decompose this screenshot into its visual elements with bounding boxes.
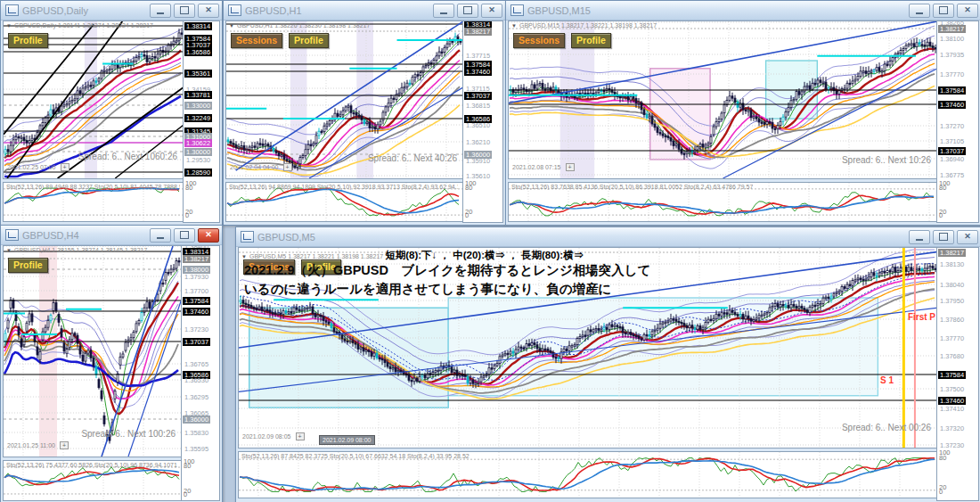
dropdown-arrow-icon[interactable]: ▼ (6, 23, 12, 29)
window-gbpusd-daily: GBPUSD,Daily ✕ ▼GBPUSD,Daily 1.38141 1.3… (0, 0, 223, 226)
window-title: GBPUSD,M5 (257, 232, 906, 243)
price-label: 1.28590 (184, 169, 212, 177)
price-label: 1.37460 (938, 397, 966, 405)
chart-window-icon (5, 229, 19, 241)
price-chart-pane[interactable]: ▼GBPUSD,H4 1.38155 1.38274 1.38145 1.382… (3, 245, 181, 457)
profile-button[interactable]: Profile (8, 33, 48, 48)
close-button[interactable]: ✕ (957, 4, 978, 18)
annotation-line: いるのに違うルールを適用させてしまう事になり、負の増産に (244, 280, 650, 299)
date-label: 2021.01.25 11:00+ (7, 441, 69, 449)
price-label: 1.35830 (183, 429, 210, 437)
minimize-button[interactable] (909, 4, 930, 18)
close-icon: ✕ (488, 6, 495, 14)
price-label: 1.37500 (938, 385, 966, 393)
close-button[interactable]: ✕ (957, 230, 978, 244)
dropdown-arrow-icon[interactable]: ▼ (511, 23, 517, 29)
scale-label: 0 (939, 489, 943, 496)
dropdown-arrow-icon[interactable]: ▼ (229, 23, 234, 29)
price-label: 1.37584 (183, 297, 210, 305)
price-label: 1.37037 (464, 92, 492, 100)
price-label: 1.37037 (938, 147, 966, 155)
maximize-button[interactable] (933, 230, 954, 244)
window-gbpusd-m15: GBPUSD,M15 ✕ ▼GBPUSD,M15 1.38217 1.38221… (505, 0, 980, 226)
price-label: 1.38217 (464, 28, 492, 36)
scale-label: 80 (465, 185, 472, 192)
maximize-button[interactable] (933, 4, 954, 18)
window-title: GBPUSD,H4 (22, 230, 147, 241)
stochastic-pane[interactable]: Sto(52,13,26) 89.4949 88.3237 Sto(20,5,1… (3, 182, 183, 222)
minimize-button[interactable] (433, 4, 454, 18)
price-label: 1.38314 (184, 22, 212, 30)
price-axis[interactable]: 1.384001.383141.382171.380001.379301.377… (181, 245, 220, 501)
dropdown-arrow-icon[interactable]: ▼ (6, 248, 12, 253)
minimize-icon (157, 12, 164, 14)
chart-header: ▼GBPUSD,Daily 1.38141 1.38274 1.38024 1.… (6, 22, 153, 29)
window-title: GBPUSD,H1 (245, 5, 430, 16)
window-gbpusd-m5: GBPUSD,M5 ✕ ▼GBPUSD,M5 1.38217 1.38221 1… (235, 226, 980, 502)
scale-label: 0 (185, 212, 189, 219)
price-label: 1.32249 (184, 114, 212, 122)
titlebar[interactable]: GBPUSD,M15 ✕ (506, 1, 980, 21)
price-label: 1.30000 (184, 148, 212, 156)
price-axis[interactable]: 1.383141.382171.377151.375841.374601.371… (462, 21, 503, 223)
stochastic-pane[interactable]: Sto(52,13,26) 75.4377 60.5826 Sto(20,5,1… (3, 460, 181, 501)
stochastic-label: Sto(52,13,26) 87.8425 82.3725 Sto(20,5,1… (241, 453, 470, 459)
maximize-button[interactable] (174, 4, 195, 18)
close-button[interactable]: ✕ (198, 4, 219, 18)
price-label: 1.30622 (184, 139, 212, 147)
chart-window-icon (5, 4, 19, 16)
sessions-button[interactable]: Sessions (513, 33, 565, 48)
ohlc-readout: GBPUSD,H4 1.38155 1.38274 1.38145 1.3821… (14, 247, 147, 253)
time-marker-icon: + (61, 163, 69, 171)
close-button[interactable]: ✕ (198, 228, 219, 243)
minimize-button[interactable] (150, 228, 171, 243)
price-label: 1.36765 (183, 360, 210, 368)
minimize-button[interactable] (150, 4, 171, 18)
ohlc-readout: GBPUSD,H1 1.38226 1.38230 1.38198 1.3821… (237, 22, 370, 29)
trend-note: 短期(8):下↓ ， 中(20):横⇒ ， 長期(80):横⇒ (385, 249, 584, 262)
close-icon: ✕ (964, 233, 971, 241)
stochastic-label: Sto(52,13,26) 83.7638 85.4136 Sto(20,5,1… (511, 184, 753, 190)
price-label: 1.36530 (183, 376, 210, 384)
price-chart-pane[interactable]: ▼GBPUSD,M15 1.38217 1.38221 1.38198 1.38… (508, 21, 936, 179)
close-icon: ✕ (205, 231, 212, 239)
sessions-button[interactable]: Sessions (231, 33, 282, 48)
chart-header: ▼GBPUSD,H1 1.38226 1.38230 1.38198 1.382… (229, 22, 370, 29)
stochastic-pane[interactable]: Sto(52,13,26) 94.8869 94.1809 Sto(20,5,1… (225, 182, 462, 222)
titlebar[interactable]: GBPUSD,M5 ✕ (236, 227, 980, 247)
titlebar[interactable]: GBPUSD,Daily ✕ (1, 1, 222, 21)
minimize-button[interactable] (909, 230, 930, 244)
price-label: 1.36210 (464, 138, 492, 146)
maximize-button[interactable] (174, 228, 195, 243)
stochastic-pane[interactable]: Sto(52,13,26) 83.7638 85.4136 Sto(20,5,1… (508, 182, 936, 222)
stochastic-pane[interactable]: Sto(52,13,26) 87.8425 82.3725 Sto(20,5,1… (238, 451, 936, 498)
maximize-icon (180, 6, 189, 14)
profile-button[interactable]: Profile (571, 33, 611, 48)
window-gbpusd-h4: GBPUSD,H4 ✕ ▼GBPUSD,H4 1.38155 1.38274 1… (0, 225, 223, 502)
scale-label: 80 (939, 185, 946, 192)
close-icon: ✕ (205, 6, 212, 14)
profile-button[interactable]: Profile (289, 33, 329, 48)
price-label: 1.36940 (938, 155, 966, 163)
maximize-button[interactable] (457, 4, 478, 18)
titlebar[interactable]: GBPUSD,H4 ✕ (1, 226, 222, 245)
spread-label: Spread: 6.. Next 10:26 (842, 155, 931, 165)
scale-label: 80 (939, 455, 946, 462)
price-label: 1.37930 (183, 273, 210, 281)
price-label: 1.33000 (184, 102, 212, 110)
price-axis[interactable]: 1.382171.381301.380401.379501.378601.377… (936, 247, 979, 501)
maximize-icon (180, 231, 189, 239)
price-chart-pane[interactable]: ▼GBPUSD,Daily 1.38141 1.38274 1.38024 1.… (3, 21, 183, 179)
price-axis[interactable]: 1.382651.382171.381001.379351.377701.375… (936, 21, 979, 223)
titlebar[interactable]: GBPUSD,H1 ✕ (224, 1, 505, 21)
price-chart-pane[interactable]: ▼GBPUSD,M5 1.38217 1.38221 1.38198 1.382… (238, 247, 936, 449)
time-marker-icon: + (296, 432, 305, 440)
time-tooltip: 2021.02.09 08:00 (319, 435, 375, 445)
price-axis[interactable]: 1.383141.375841.370371.365861.353611.341… (183, 21, 220, 223)
price-chart-pane[interactable]: ▼GBPUSD,H1 1.38226 1.38230 1.38198 1.382… (225, 21, 462, 179)
price-label: 1.37460 (183, 308, 210, 316)
date-label: 2021.02.04 04:00+ (230, 163, 292, 171)
profile-button[interactable]: Profile (8, 258, 48, 273)
annotation-line: 2021.2.9（火）GBPUSD ブレイクを期待するとレンジ相場突入して (244, 261, 650, 280)
close-button[interactable]: ✕ (481, 4, 502, 18)
